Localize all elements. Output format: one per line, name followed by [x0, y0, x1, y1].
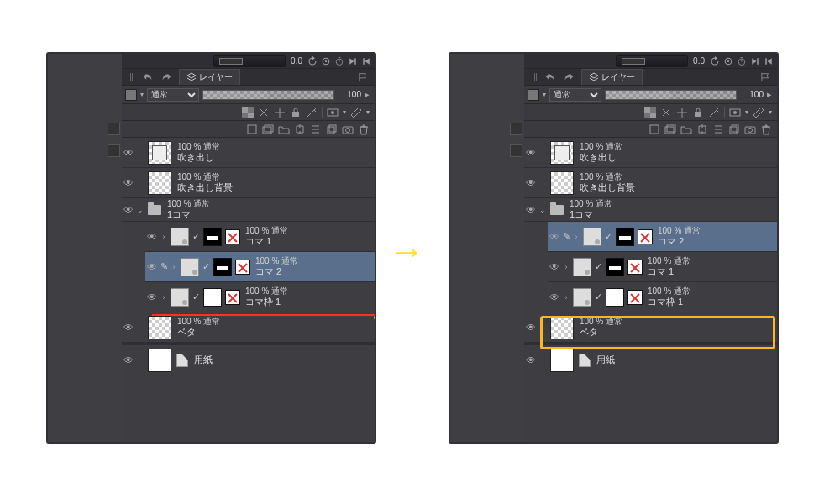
- layer-thumb[interactable]: [148, 316, 171, 339]
- checker-icon[interactable]: [242, 107, 254, 118]
- flag-icon[interactable]: [358, 72, 370, 82]
- dup-icon[interactable]: [326, 123, 338, 135]
- grip-icon[interactable]: [130, 73, 135, 81]
- frame-row-selected[interactable]: 👁 ✎ › ✓ 100 % 通常 コマ 2: [548, 222, 777, 252]
- transfer-icon[interactable]: [294, 123, 306, 135]
- layer-row[interactable]: 👁 100 % 通常 吹き出し: [524, 138, 777, 168]
- trash-icon[interactable]: [760, 123, 772, 135]
- expand-icon[interactable]: ›: [561, 293, 571, 302]
- dropdown-icon[interactable]: ▾: [745, 108, 748, 116]
- visibility-icon[interactable]: 👁: [145, 291, 159, 303]
- skip-start-icon[interactable]: [361, 56, 371, 66]
- layer-thumb[interactable]: [550, 349, 574, 372]
- skip-start-icon[interactable]: [764, 56, 774, 66]
- visibility-icon[interactable]: 👁: [122, 177, 135, 189]
- ruler-off-icon[interactable]: [225, 229, 240, 244]
- timer-icon[interactable]: [334, 56, 344, 66]
- rotate-icon[interactable]: [307, 56, 318, 66]
- panel-handle-icon[interactable]: [108, 123, 120, 135]
- wand-icon[interactable]: [708, 107, 720, 118]
- paper-row[interactable]: 👁 用紙: [122, 345, 375, 375]
- visibility-icon[interactable]: 👁: [524, 204, 538, 216]
- expand-icon[interactable]: ›: [561, 263, 571, 271]
- layer-row[interactable]: 👁 100 % 通常 ベタ: [122, 312, 375, 343]
- new-folder-icon[interactable]: [278, 123, 290, 135]
- clip-icon[interactable]: [258, 107, 270, 118]
- ruler-off-icon[interactable]: [638, 229, 653, 244]
- expand-icon[interactable]: ›: [159, 293, 169, 302]
- opacity-slider[interactable]: [605, 90, 737, 100]
- checker-icon[interactable]: [644, 107, 656, 118]
- new-layer-icon[interactable]: [648, 123, 660, 135]
- visibility-icon[interactable]: 👁: [145, 261, 159, 273]
- navigator-thumb[interactable]: [616, 55, 688, 67]
- stepper-icon[interactable]: ▸: [767, 89, 774, 100]
- lock-icon[interactable]: [692, 107, 704, 118]
- mask-thumb[interactable]: [616, 228, 634, 246]
- redo-icon[interactable]: [160, 71, 172, 83]
- ruler-off-icon[interactable]: [235, 260, 250, 275]
- visibility-icon[interactable]: 👁: [122, 322, 135, 333]
- color-swatch[interactable]: [528, 89, 539, 101]
- blend-mode-select[interactable]: 通常: [549, 88, 601, 102]
- visibility-icon[interactable]: 👁: [524, 322, 538, 333]
- blend-mode-select[interactable]: 通常: [147, 88, 199, 102]
- flag-icon[interactable]: [760, 72, 772, 82]
- layer-row[interactable]: 👁 100 % 通常 吹き出し背景: [122, 168, 375, 198]
- skip-end-icon[interactable]: [750, 56, 760, 66]
- color-swatch[interactable]: [125, 89, 137, 101]
- lock-icon[interactable]: [290, 107, 302, 118]
- layer-thumb[interactable]: [550, 171, 574, 195]
- ref-icon[interactable]: [274, 107, 286, 118]
- panel-handle-icon[interactable]: [510, 123, 522, 135]
- expand-icon[interactable]: ›: [159, 233, 169, 241]
- visibility-icon[interactable]: 👁: [548, 291, 561, 303]
- mask-thumb[interactable]: [606, 288, 624, 307]
- frame-row[interactable]: 👁 › ✓ 100 % 通常 コマ枠 1: [548, 282, 777, 312]
- visibility-icon[interactable]: 👁: [122, 354, 135, 366]
- dropdown-icon[interactable]: ▾: [769, 108, 772, 116]
- mask-thumb[interactable]: [203, 228, 222, 246]
- mask-icon[interactable]: [729, 107, 741, 118]
- fit-icon[interactable]: [723, 56, 733, 66]
- dropdown-icon[interactable]: ▾: [343, 108, 346, 116]
- layer-thumb[interactable]: [550, 316, 574, 339]
- mask-icon[interactable]: [327, 107, 339, 118]
- layer-row[interactable]: 👁 100 % 通常 吹き出し: [122, 138, 375, 168]
- new-folder-icon[interactable]: [680, 123, 692, 135]
- ruler-off-icon[interactable]: [627, 260, 643, 275]
- frame-row-selected[interactable]: 👁 ✎ › ✓ 100 % 通常 コマ 2: [145, 252, 375, 282]
- mask-thumb[interactable]: [203, 288, 222, 307]
- mask-thumb[interactable]: [606, 258, 624, 276]
- trash-icon[interactable]: [358, 123, 370, 135]
- layer-thumb[interactable]: [148, 349, 171, 372]
- frame-row[interactable]: 👁 › ✓ 100 % 通常 コマ枠 1: [145, 282, 375, 312]
- dropdown-arrow-icon[interactable]: ▾: [140, 91, 144, 98]
- stepper-icon[interactable]: ▸: [365, 89, 371, 100]
- visibility-icon[interactable]: 👁: [548, 231, 561, 243]
- expand-icon[interactable]: ›: [571, 233, 581, 241]
- merge-icon[interactable]: [712, 123, 724, 135]
- redo-icon[interactable]: [563, 71, 575, 83]
- ref-icon[interactable]: [676, 107, 688, 118]
- dropdown-arrow-icon[interactable]: ▾: [543, 91, 546, 98]
- timeline-handle-icon[interactable]: [108, 144, 120, 157]
- opacity-slider[interactable]: [202, 90, 334, 100]
- frame-row[interactable]: 👁 › ✓ 100 % 通常 コマ 1: [145, 222, 375, 252]
- layer-thumb[interactable]: [550, 141, 574, 165]
- skip-end-icon[interactable]: [348, 56, 358, 66]
- camera-icon[interactable]: [744, 123, 756, 135]
- ruler-off-icon[interactable]: [225, 290, 240, 305]
- layer-thumb[interactable]: [148, 171, 171, 195]
- new-layer-icon[interactable]: [246, 123, 258, 135]
- merge-icon[interactable]: [310, 123, 322, 135]
- visibility-icon[interactable]: 👁: [145, 231, 159, 243]
- layer-tab[interactable]: レイヤー: [179, 69, 240, 85]
- collapse-icon[interactable]: ⌄: [538, 206, 548, 214]
- undo-icon[interactable]: [544, 71, 556, 83]
- visibility-icon[interactable]: 👁: [524, 177, 538, 189]
- layer-tab[interactable]: レイヤー: [581, 69, 643, 85]
- clip-icon[interactable]: [660, 107, 672, 118]
- visibility-icon[interactable]: 👁: [122, 204, 135, 216]
- navigator-thumb[interactable]: [213, 55, 286, 67]
